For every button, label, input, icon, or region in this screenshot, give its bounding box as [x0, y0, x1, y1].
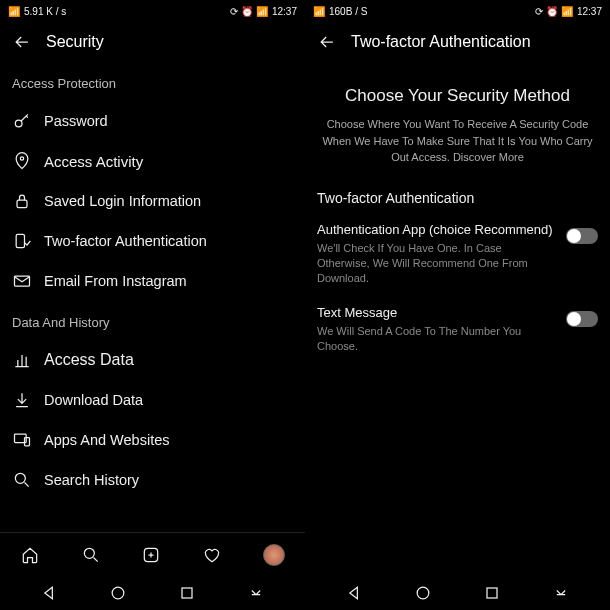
menu-label: Search History	[44, 472, 139, 488]
menu-saved-login[interactable]: Saved Login Information	[12, 181, 293, 221]
content: Choose Your Security Method Choose Where…	[305, 62, 610, 576]
location-icon	[12, 151, 32, 171]
svg-point-12	[417, 587, 429, 599]
net-speed: 5.91 K / s	[24, 6, 66, 17]
shield-icon	[12, 231, 32, 251]
statusbar: 📶5.91 K / s ⟳ ⏰ 📶12:37	[0, 0, 305, 22]
menu-apps-websites[interactable]: Apps And Websites	[12, 420, 293, 460]
search-icon	[12, 470, 32, 490]
section-access-protection: Access Protection	[12, 76, 293, 91]
system-nav	[0, 576, 305, 610]
svg-point-8	[84, 548, 94, 558]
nav-recent-icon[interactable]	[177, 583, 197, 603]
menu-label: Download Data	[44, 392, 143, 408]
nav-home-icon[interactable]	[413, 583, 433, 603]
menu-label: Two-factor Authentication	[44, 233, 207, 249]
bottom-nav	[0, 532, 305, 576]
page-title: Two-factor Authentication	[351, 33, 531, 51]
menu-label: Access Activity	[44, 153, 143, 170]
time: 12:37	[577, 6, 602, 17]
svg-rect-3	[16, 234, 24, 247]
nav-home-icon[interactable]	[108, 583, 128, 603]
home-icon[interactable]	[20, 545, 40, 565]
option-title: Text Message	[317, 305, 554, 320]
statusbar: 📶160B / S ⟳ ⏰ 📶12:37	[305, 0, 610, 22]
nav-back-icon[interactable]	[39, 583, 59, 603]
svg-rect-11	[182, 588, 192, 598]
page-title: Security	[46, 33, 104, 51]
menu-download-data[interactable]: Download Data	[12, 380, 293, 420]
back-icon[interactable]	[317, 32, 337, 52]
menu-label: Saved Login Information	[44, 193, 201, 209]
search-nav-icon[interactable]	[81, 545, 101, 565]
lock-icon	[12, 191, 32, 211]
add-icon[interactable]	[141, 545, 161, 565]
header: Security	[0, 22, 305, 62]
content: Access Protection Password Access Activi…	[0, 62, 305, 532]
devices-icon	[12, 430, 32, 450]
screen-two-factor: 📶160B / S ⟳ ⏰ 📶12:37 Two-factor Authenti…	[305, 0, 610, 610]
choose-method-desc: Choose Where You Want To Receive A Secur…	[317, 116, 598, 166]
nav-menu-icon[interactable]	[246, 583, 266, 603]
heart-icon[interactable]	[202, 545, 222, 565]
svg-rect-2	[17, 200, 27, 208]
chart-icon	[12, 350, 32, 370]
nav-recent-icon[interactable]	[482, 583, 502, 603]
menu-search-history[interactable]: Search History	[12, 460, 293, 500]
menu-label: Password	[44, 113, 108, 129]
back-icon[interactable]	[12, 32, 32, 52]
two-factor-subtitle: Two-factor Authentication	[317, 190, 598, 206]
menu-label: Apps And Websites	[44, 432, 169, 448]
svg-point-0	[15, 120, 22, 127]
menu-access-data[interactable]: Access Data	[12, 340, 293, 380]
key-icon	[12, 111, 32, 131]
nav-back-icon[interactable]	[344, 583, 364, 603]
menu-two-factor[interactable]: Two-factor Authentication	[12, 221, 293, 261]
svg-point-1	[20, 157, 23, 160]
net-speed: 160B / S	[329, 6, 367, 17]
choose-method-title: Choose Your Security Method	[317, 86, 598, 106]
svg-point-7	[15, 473, 25, 483]
menu-label: Email From Instagram	[44, 273, 187, 289]
avatar[interactable]	[263, 544, 285, 566]
option-text-message[interactable]: Text Message We Will Send A Code To The …	[317, 305, 598, 355]
mail-icon	[12, 271, 32, 291]
menu-access-activity[interactable]: Access Activity	[12, 141, 293, 181]
menu-label: Access Data	[44, 351, 134, 369]
toggle-text-message[interactable]	[566, 311, 598, 327]
svg-rect-4	[15, 276, 30, 286]
header: Two-factor Authentication	[305, 22, 610, 62]
screen-security: 📶5.91 K / s ⟳ ⏰ 📶12:37 Security Access P…	[0, 0, 305, 610]
option-title: Authentication App (choice Recommend)	[317, 222, 554, 237]
toggle-auth-app[interactable]	[566, 228, 598, 244]
svg-rect-6	[25, 438, 30, 446]
menu-password[interactable]: Password	[12, 101, 293, 141]
section-data-history: Data And History	[12, 315, 293, 330]
time: 12:37	[272, 6, 297, 17]
svg-point-10	[112, 587, 124, 599]
nav-menu-icon[interactable]	[551, 583, 571, 603]
option-auth-app[interactable]: Authentication App (choice Recommend) We…	[317, 222, 598, 287]
svg-rect-13	[487, 588, 497, 598]
option-desc: We Will Send A Code To The Number You Ch…	[317, 324, 554, 355]
option-desc: We'll Check If You Have One. In Case Oth…	[317, 241, 554, 287]
download-icon	[12, 390, 32, 410]
system-nav	[305, 576, 610, 610]
menu-email[interactable]: Email From Instagram	[12, 261, 293, 301]
